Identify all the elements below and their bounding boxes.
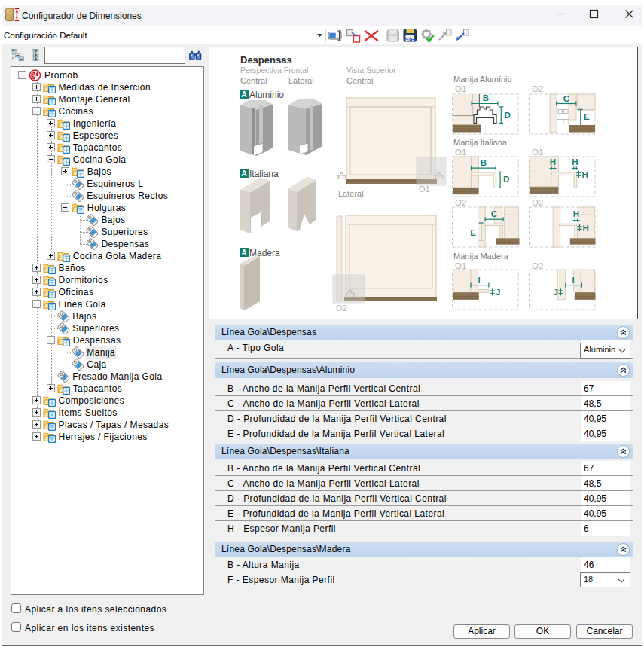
svg-text:B: B — [483, 93, 489, 102]
svg-text:D: D — [503, 175, 509, 184]
svg-text:D: D — [505, 111, 511, 120]
svg-text:A: A — [241, 90, 246, 99]
svg-text:C: C — [563, 94, 569, 103]
svg-text:H: H — [582, 170, 588, 179]
svg-text:Manija Madera: Manija Madera — [453, 252, 509, 261]
svg-text:O2: O2 — [532, 84, 543, 93]
svg-text:O1: O1 — [455, 261, 466, 270]
svg-text:H: H — [573, 209, 579, 218]
svg-text:A: A — [241, 169, 246, 178]
svg-text:E: E — [470, 228, 476, 237]
svg-text:O1: O1 — [419, 185, 430, 194]
svg-text:E: E — [584, 112, 590, 121]
svg-text:H: H — [550, 157, 556, 166]
svg-text:J: J — [496, 288, 500, 297]
svg-text:<a=: <a= — [406, 35, 417, 42]
svg-text:H: H — [583, 224, 589, 233]
svg-text:I: I — [478, 276, 480, 285]
svg-text:Central: Central — [240, 76, 267, 85]
svg-text:O2: O2 — [336, 304, 347, 313]
svg-text:B: B — [481, 158, 487, 167]
svg-text:I: I — [572, 276, 574, 285]
svg-text:Central: Central — [346, 76, 373, 85]
svg-text:Vista Superior: Vista Superior — [346, 66, 396, 75]
svg-text:O2: O2 — [455, 198, 466, 207]
svg-text:Manija Italiana: Manija Italiana — [453, 138, 508, 147]
svg-text:A: A — [241, 249, 246, 257]
svg-text:Italiana: Italiana — [249, 169, 279, 179]
svg-text:Lateral: Lateral — [288, 76, 314, 85]
svg-text:Manija Alumínio: Manija Alumínio — [453, 75, 512, 84]
svg-text:O2: O2 — [532, 261, 543, 270]
svg-text:Perspectiva Frontal: Perspectiva Frontal — [240, 66, 308, 75]
svg-text:Madera: Madera — [249, 248, 280, 258]
svg-text:O2: O2 — [532, 198, 543, 207]
svg-text:O1: O1 — [455, 148, 466, 157]
svg-text:C: C — [491, 209, 497, 218]
svg-text:O1: O1 — [455, 84, 466, 93]
svg-text:O1: O1 — [532, 148, 543, 157]
svg-text:J: J — [554, 288, 558, 297]
svg-text:Despensas: Despensas — [240, 54, 292, 66]
svg-text:Lateral: Lateral — [338, 189, 364, 198]
svg-text:H: H — [572, 157, 578, 166]
svg-text:Aluminio: Aluminio — [249, 90, 284, 100]
